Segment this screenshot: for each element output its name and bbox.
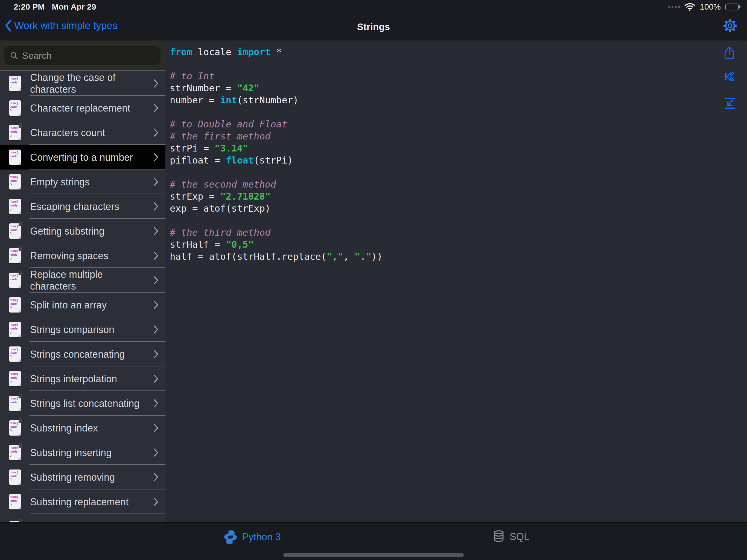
code-snippet-icon: func{code} [9, 420, 21, 436]
list-item[interactable]: func{code} Escaping characters [0, 194, 165, 219]
code-snippet-icon: func{code} [9, 125, 21, 140]
code-line: # the second method [170, 178, 747, 190]
code-snippet-icon: func{code} [9, 371, 21, 386]
list-item-label: Substring inserting [30, 447, 151, 459]
code-snippet-icon: func{code} [9, 297, 21, 312]
status-date: Mon Apr 29 [52, 2, 96, 11]
chevron-right-icon [153, 79, 159, 88]
chevron-right-icon [153, 202, 159, 211]
folded-corner [18, 260, 21, 263]
code-line: number = int(strNumber) [170, 94, 747, 106]
folded-corner [18, 383, 21, 386]
search-header [0, 41, 165, 71]
code-line: strPi = "3.14" [170, 142, 747, 154]
battery-icon [725, 4, 741, 10]
search-box[interactable] [4, 46, 160, 65]
chevron-right-icon [153, 276, 159, 285]
code-line [170, 214, 747, 226]
code-snippet-icon: func{code} [9, 150, 21, 165]
code-snippet-icon: func{code} [9, 100, 21, 116]
list-item[interactable]: func{code} Substring replacement [0, 489, 165, 514]
code-line: # to Int [170, 70, 747, 82]
list-item-label: Replace multiple characters [30, 269, 151, 292]
code-snippet-icon: func{code} [9, 199, 21, 214]
cellular-signal-icon [668, 6, 680, 8]
list-item-label: Removing spaces [30, 250, 151, 262]
code-snippet-icon: func{code} [9, 174, 21, 189]
page-title: Strings [0, 21, 747, 32]
folded-corner [18, 186, 21, 189]
code-line: # the third method [170, 226, 747, 238]
lock-icon [18, 418, 23, 425]
code-editor[interactable]: from locale import *# to IntstrNumber = … [165, 41, 747, 522]
lock-icon [18, 393, 23, 400]
list-item[interactable]: func{code} Removing spaces [0, 244, 165, 268]
code-snippet-icon: func{code} [9, 76, 21, 91]
list-item[interactable]: func{code} Characters count [0, 120, 165, 145]
list-item[interactable]: func{code} Getting substring [0, 219, 165, 244]
code-line: half = atof(strHalf.replace(",", ".")) [170, 251, 747, 262]
list-item-label: Split into an array [30, 299, 151, 311]
tab-sql[interactable]: SQL [492, 529, 530, 544]
list-item[interactable]: func{code} Strings interpolation [0, 366, 165, 391]
list-item[interactable]: func{code} Character replacement [0, 96, 165, 120]
sidebar: func{code} Change the case of characters… [0, 41, 165, 522]
tab-python3-label: Python 3 [242, 531, 281, 543]
code-snippet-icon: func{code} [9, 396, 21, 411]
chevron-right-icon [153, 448, 159, 457]
list-item-label: Escaping characters [30, 201, 151, 212]
lock-icon [18, 246, 23, 252]
chevron-right-icon [153, 350, 159, 359]
list-item[interactable]: func{code} [0, 514, 165, 522]
chevron-right-icon [153, 423, 159, 433]
folded-corner [18, 408, 21, 411]
lock-icon [18, 442, 23, 449]
chevron-right-icon [153, 103, 159, 113]
share-icon[interactable] [723, 45, 736, 58]
folded-corner [18, 137, 21, 140]
code-snippet-icon: func{code} [9, 494, 21, 509]
search-input[interactable] [22, 50, 155, 61]
list-item[interactable]: func{code} Change the case of characters [0, 71, 165, 96]
list-item[interactable]: func{code} Empty strings [0, 170, 165, 194]
battery-percent: 100% [700, 2, 721, 11]
collapse-down-left-icon[interactable] [723, 97, 736, 109]
list-item[interactable]: func{code} Substring index [0, 416, 165, 440]
code-line: pifloat = float(strPi) [170, 154, 747, 166]
list-item[interactable]: func{code} Strings comparison [0, 317, 165, 342]
list-item-label: Change the case of characters [30, 72, 151, 95]
search-icon [9, 51, 18, 60]
python-icon [223, 529, 238, 545]
wifi-icon [685, 3, 695, 11]
code-snippet-icon: func{code} [9, 469, 21, 485]
list-item-label: Empty strings [30, 176, 151, 188]
chevron-right-icon [153, 325, 159, 334]
list-item[interactable]: func{code} Substring inserting [0, 440, 165, 465]
code-line: exp = atof(strExp) [170, 202, 747, 214]
chevron-right-icon [153, 251, 159, 260]
folded-corner [18, 161, 21, 165]
list-item[interactable]: func{code} Split into an array [0, 292, 165, 317]
list-item-label: Substring replacement [30, 496, 151, 508]
folded-corner [18, 285, 21, 288]
lock-icon [18, 270, 23, 277]
chevron-right-icon [153, 473, 159, 482]
skip-to-start-icon[interactable] [723, 71, 736, 83]
tab-python3[interactable]: Python 3 [223, 529, 281, 545]
chevron-right-icon [153, 497, 159, 506]
list-item-label: Character replacement [30, 102, 151, 114]
list-item-label: Characters count [30, 127, 151, 138]
list-item[interactable]: func{code} Substring removing [0, 465, 165, 489]
list-item[interactable]: func{code} Strings list concatenating [0, 391, 165, 416]
chevron-right-icon [153, 399, 159, 408]
list-item[interactable]: func{code} Strings concatenating [0, 342, 165, 366]
list-item[interactable]: func{code} Converting to a number [0, 145, 165, 170]
list-item[interactable]: func{code} Replace multiple characters [0, 268, 165, 292]
folded-corner [18, 88, 21, 91]
home-indicator[interactable] [283, 553, 464, 557]
code-snippet-icon: func{code} [9, 322, 21, 337]
gear-icon[interactable] [723, 19, 737, 33]
chevron-right-icon [153, 153, 159, 162]
bottom-tab-bar: Python 3 SQL [0, 522, 747, 560]
status-time: 2:20 PM [14, 2, 45, 11]
